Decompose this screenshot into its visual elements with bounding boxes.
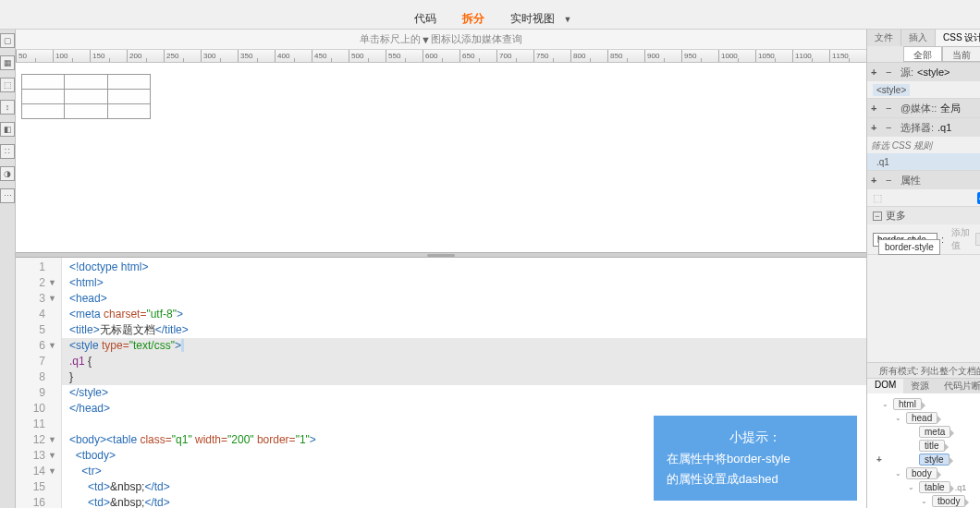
media-query-hint: 单击标尺上的▼图标以添加媒体查询 [16,30,866,50]
value-swatch[interactable] [975,233,980,246]
view-mode-tabs: 代码 拆分 实时视图 ▼ [0,9,980,30]
selector-item[interactable]: .q1 [873,156,893,168]
ruler-tick: 400 [275,50,312,62]
view-tab-split[interactable]: 拆分 [457,9,490,29]
selector-search-input[interactable] [867,139,980,152]
tool-icon-8[interactable]: ⋯ [0,188,15,203]
subtab-all[interactable]: 全部 [903,46,942,62]
ruler-tick: 550 [386,50,423,62]
tool-icon-7[interactable]: ◑ [0,166,15,181]
ruler-tick: 950 [681,50,718,62]
dom-tab-resources[interactable]: 资源 [903,379,937,393]
ruler-tick: 850 [607,50,644,62]
add-property-button[interactable]: + [871,175,882,186]
tool-icon-4[interactable]: ↕ [0,100,15,115]
line-gutter: 12▼3▼456▼789101112▼13▼14▼15161718 [16,258,62,508]
media-label: @媒体:: [900,102,937,115]
panel-tab-insert[interactable]: 插入 [901,30,936,46]
live-preview-pane[interactable] [16,63,866,252]
add-media-button[interactable]: + [871,103,882,114]
left-toolbar: ▢ ▦ ⬚ ↕ ◧ ∷ ◑ ⋯ [0,30,16,508]
ruler-tick: 100 [53,50,90,62]
tool-icon-2[interactable]: ▦ [0,55,15,70]
dom-tree[interactable]: ⌄html⌄headmetatitle+style⌄body⌄table.q1⌄… [867,393,980,508]
ruler-tick: 1050 [755,50,792,62]
code-editor[interactable]: 12▼3▼456▼789101112▼13▼14▼15161718 <!doct… [16,258,866,508]
ruler-tick: 200 [127,50,164,62]
dom-node-tbody[interactable]: ⌄tbody [869,494,980,508]
dom-node-meta[interactable]: meta [869,425,980,439]
ruler-tick: 150 [90,50,127,62]
dom-node-body[interactable]: ⌄body [869,466,980,480]
dom-tab-dom[interactable]: DOM [867,379,903,393]
ruler-tick: 750 [533,50,570,62]
ruler-tick: 300 [201,50,238,62]
autocomplete-popup[interactable]: border-style [878,239,940,255]
ruler-tick: 1100 [792,50,829,62]
selector-label: 选择器: [900,121,934,135]
horizontal-ruler[interactable]: 5010015020025030035040045050055060065070… [16,50,866,63]
panel-tab-css[interactable]: CSS 设计器 [936,30,980,46]
remove-property-button[interactable]: − [886,175,897,186]
add-selector-button[interactable]: + [871,122,882,133]
ruler-tick: 600 [423,50,459,62]
tool-icon-5[interactable]: ◧ [0,122,15,137]
ruler-tick: 50 [16,50,53,62]
view-tab-code[interactable]: 代码 [409,9,442,29]
dom-node-html[interactable]: ⌄html [869,397,980,411]
ruler-tick: 800 [570,50,607,62]
panel-tab-file[interactable]: 文件 [867,30,901,46]
ruler-tick: 350 [238,50,275,62]
ruler-tick: 450 [312,50,349,62]
tool-icon-6[interactable]: ∷ [0,144,15,159]
source-label: 源: [900,66,913,79]
more-label: 更多 [886,209,906,223]
media-value: 全局 [940,102,961,115]
source-item[interactable]: <style> [873,84,910,96]
add-source-button[interactable]: + [871,67,882,78]
ruler-tick: 900 [644,50,681,62]
right-panel: 文件 插入 CSS 设计器 全部 当前 + − 源: <style> <styl… [866,30,980,508]
remove-source-button[interactable]: − [886,67,897,78]
view-tab-live[interactable]: 实时视图 [505,9,560,29]
remove-media-button[interactable]: − [886,103,897,114]
ruler-tick: 1150 [829,50,866,62]
ruler-tick: 700 [496,50,533,62]
selector-value: .q1 [937,122,951,133]
dom-node-style[interactable]: +style [869,453,980,466]
dom-tab-snippets[interactable]: 代码片断 [937,379,980,393]
preview-table[interactable] [21,74,151,119]
colon-sep: : [941,234,944,245]
hint-tooltip: 小提示： 在属性中将border-style 的属性设置成dashed [654,416,857,501]
dom-node-title[interactable]: title [869,439,980,453]
ruler-tick: 1000 [718,50,755,62]
mode-status-bar: 所有模式: 列出整个文档的规则 [867,362,980,379]
ruler-tick: 500 [349,50,386,62]
subtab-current[interactable]: 当前 [942,46,980,62]
tool-icon-3[interactable]: ⬚ [0,78,15,92]
property-value-placeholder[interactable]: 添加值 [951,226,972,252]
layout-icon[interactable]: ⬚ [873,192,882,204]
dom-node-head[interactable]: ⌄head [869,411,980,425]
properties-label: 属性 [900,174,921,187]
ruler-tick: 650 [459,50,496,62]
chevron-down-icon[interactable]: ▼ [564,15,572,24]
collapse-icon[interactable]: − [873,212,882,221]
tool-icon-1[interactable]: ▢ [0,33,15,48]
toolbar-spacer [0,0,980,9]
ruler-tick: 250 [164,50,201,62]
dom-node-table[interactable]: ⌄table.q1 [869,480,980,494]
remove-selector-button[interactable]: − [886,122,897,133]
source-value: <style> [917,67,949,78]
